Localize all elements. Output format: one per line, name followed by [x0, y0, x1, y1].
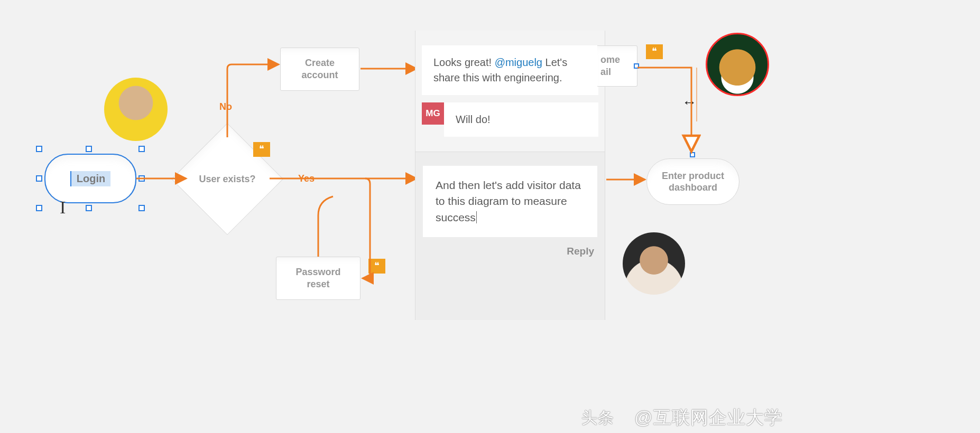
watermark-text: @互联网企业大学: [634, 406, 783, 430]
watermark-text: 头条: [581, 407, 614, 429]
edges-right: [0, 0, 793, 327]
